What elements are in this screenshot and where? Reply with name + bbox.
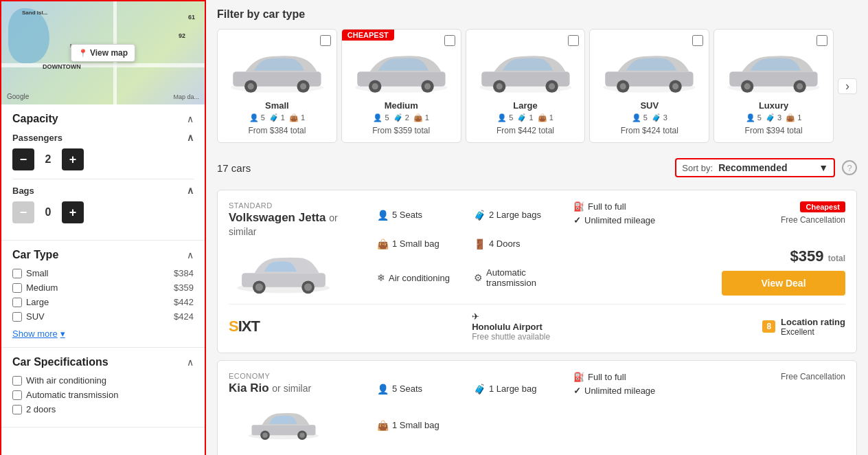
spec-checkbox-label[interactable]: 2 doors xyxy=(12,404,56,414)
passengers-increment-btn[interactable]: + xyxy=(62,148,84,170)
car-type-card-3[interactable]: SUV 👤 5 🧳 3 From $424 total xyxy=(589,29,709,143)
cheapest-badge-1: Cheapest xyxy=(342,30,394,41)
mapda-label: Map da... xyxy=(173,93,199,100)
car-segment-1: ECONOMY xyxy=(229,372,366,380)
passengers-subsection: Passengers ∧ − 2 + xyxy=(12,132,194,170)
help-icon[interactable]: ? xyxy=(842,160,857,175)
car-type-cards-row: Small 👤 5 🧳 1 👜 1 From $384 total Cheape… xyxy=(217,29,857,143)
car-type-card-4[interactable]: Luxury 👤 5 🧳 3 👜 1 From $394 total xyxy=(713,29,834,143)
capacity-header[interactable]: Capacity ∧ xyxy=(12,113,194,125)
car-type-checkbox-label[interactable]: Medium xyxy=(12,282,58,293)
vendor-logo-0: SIXT xyxy=(229,318,260,335)
car-type-checkbox[interactable] xyxy=(12,269,22,278)
view-deal-btn-0[interactable]: View Deal xyxy=(722,271,845,296)
sort-label: Sort by: xyxy=(682,163,713,173)
spec-checkbox-row: 2 doors xyxy=(12,404,194,414)
car-svg-0 xyxy=(232,244,335,296)
car-specs-section: Car Specifications ∧ With air conditioni… xyxy=(1,348,205,428)
car-type-list: Small $384 Medium $359 Large $442 SUV $4… xyxy=(12,268,194,322)
car-type-card-2[interactable]: Large 👤 5 🧳 1 👜 1 From $442 total xyxy=(466,29,586,143)
card-checkbox-1[interactable] xyxy=(444,35,455,46)
card-checkbox-2[interactable] xyxy=(568,35,579,46)
location-rating-0: 8 Location rating Excellent xyxy=(762,317,845,337)
passengers-decrement-btn[interactable]: − xyxy=(12,148,34,170)
car-specs-chevron: ∧ xyxy=(187,357,194,368)
car-type-checkbox-label[interactable]: Large xyxy=(12,297,49,307)
spec-label: 2 doors xyxy=(26,404,56,414)
car-type-card-0[interactable]: Small 👤 5 🧳 1 👜 1 From $384 total xyxy=(217,29,337,143)
svg-point-5 xyxy=(300,83,306,89)
svg-point-17 xyxy=(549,83,555,89)
feature-largebags-1: 🧳 1 Large bag xyxy=(474,372,562,406)
car-specs-list: With air conditioning Automatic transmis… xyxy=(12,375,194,414)
car-type-chevron: ∧ xyxy=(187,249,194,260)
fuel-policy-1: ⛽ Full to full xyxy=(573,372,711,382)
spec-checkbox-row: With air conditioning xyxy=(12,375,194,386)
car-type-checkbox[interactable] xyxy=(12,312,22,322)
car-type-checkbox-label[interactable]: Small xyxy=(12,268,49,278)
card-checkbox-3[interactable] xyxy=(692,35,703,46)
car-svg-1 xyxy=(232,401,335,442)
spec-checkbox[interactable] xyxy=(12,376,22,386)
bag-icon-0: 🧳 xyxy=(474,210,486,221)
svg-point-27 xyxy=(744,83,751,89)
spec-checkbox[interactable] xyxy=(12,390,22,400)
map-label-route: 61 xyxy=(188,14,195,21)
car-name-1: Kia Rio or similar xyxy=(229,381,366,395)
car-type-checkbox-row: Small $384 xyxy=(12,268,194,278)
passengers-label: Passengers xyxy=(12,133,62,143)
spec-checkbox[interactable] xyxy=(12,405,22,414)
person-icon: 👤 5 xyxy=(632,113,648,122)
spec-checkbox-label[interactable]: Automatic transmission xyxy=(12,390,118,400)
car-type-title: Car Type xyxy=(12,249,58,261)
car-specs-header[interactable]: Car Specifications ∧ xyxy=(12,356,194,368)
sort-arrow-icon: ▼ xyxy=(819,162,828,173)
show-more-btn[interactable]: Show more ▾ xyxy=(12,329,65,339)
capacity-title: Capacity xyxy=(12,113,58,125)
card-checkbox-4[interactable] xyxy=(816,35,827,46)
car-type-header[interactable]: Car Type ∧ xyxy=(12,249,194,261)
google-label: Google xyxy=(7,93,29,100)
car-card-top-0: STANDARD Volkswagen Jetta or similar xyxy=(229,201,845,296)
bags-chevron: ∧ xyxy=(187,185,194,196)
view-map-button[interactable]: View map xyxy=(71,44,135,62)
bags-decrement-btn[interactable]: − xyxy=(12,201,34,223)
svg-point-11 xyxy=(424,83,431,89)
car-type-card-1[interactable]: Cheapest Medium 👤 5 🧳 2 👜 1 From $359 to… xyxy=(341,29,461,143)
feature-smallbags-1: 👜 1 Small bag xyxy=(377,408,466,442)
car-type-checkbox-row: SUV $424 xyxy=(12,311,194,322)
smallbag-icon: 👜 1 xyxy=(786,113,801,122)
car-type-checkbox-row: Medium $359 xyxy=(12,282,194,293)
map-area[interactable]: Sand Isl... Honolulu Museum of A... 61 9… xyxy=(1,1,205,104)
smallbag-icon: 👜 1 xyxy=(413,113,429,122)
carousel-next-btn[interactable]: › xyxy=(838,78,857,94)
passengers-chevron: ∧ xyxy=(187,132,194,143)
car-type-checkbox[interactable] xyxy=(12,283,22,293)
spec-checkbox-label[interactable]: With air conditioning xyxy=(12,375,106,386)
car-type-checkbox[interactable] xyxy=(12,298,22,307)
feature-doors-0: 🚪 4 Doors xyxy=(474,231,562,257)
person-icon: 👤 5 xyxy=(373,113,389,122)
feature-largebags-0: 🧳 2 Large bags xyxy=(474,201,562,228)
passengers-value: 2 xyxy=(41,153,55,166)
car-features-0: 👤 5 Seats 🧳 2 Large bags 👜 1 Small bag 🚪… xyxy=(377,201,562,296)
sort-select[interactable]: Recommended Price (low to high) Price (h… xyxy=(718,162,813,173)
svg-point-39 xyxy=(262,433,268,439)
cheapest-tag-0: Cheapest xyxy=(800,201,845,212)
svg-point-23 xyxy=(672,83,678,89)
rating-label-0: Location rating xyxy=(781,317,845,327)
car-type-label: Large xyxy=(26,297,49,307)
results-header: 17 cars Sort by: Recommended Price (low … xyxy=(217,154,857,181)
card-price-4: From $394 total xyxy=(745,126,803,135)
car-type-checkbox-label[interactable]: SUV xyxy=(12,311,45,322)
free-cancel-0: Free Cancellation xyxy=(781,215,845,225)
svg-point-9 xyxy=(372,83,378,89)
card-price-3: From $424 total xyxy=(621,126,678,135)
bags-subsection: Bags ∧ − 0 + xyxy=(12,185,194,223)
svg-point-15 xyxy=(496,83,502,89)
bags-increment-btn[interactable]: + xyxy=(62,201,84,223)
svg-point-21 xyxy=(620,83,626,89)
card-checkbox-0[interactable] xyxy=(320,35,331,46)
feature-smallbags-0: 👜 1 Small bag xyxy=(377,231,466,257)
rating-badge-0: 8 xyxy=(762,320,775,333)
